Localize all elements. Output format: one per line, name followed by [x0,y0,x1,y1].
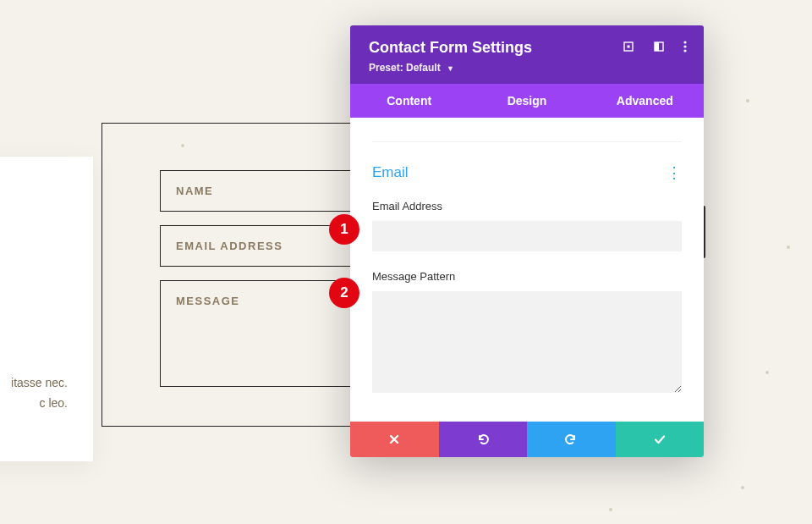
message-pattern-label: Message Pattern [372,270,682,283]
redo-icon [564,433,578,446]
page-card: age itasse nec. c leo. [0,157,93,461]
annotation-callout-1: 1 [329,214,359,245]
undo-button[interactable] [439,422,528,457]
chevron-down-icon: ▼ [447,64,454,73]
panel-title: Contact Form Settings [369,39,532,57]
email-address-input[interactable] [372,221,682,251]
tab-advanced[interactable]: Advanced [586,84,704,118]
preset-value: Default [406,62,441,74]
kebab-menu-icon[interactable] [683,41,687,56]
undo-icon [476,433,490,446]
expand-icon[interactable] [623,41,634,56]
svg-rect-3 [655,42,659,51]
svg-rect-1 [628,45,630,47]
page-body-line-1: itasse nec. [11,376,68,389]
panel-tabs: Content Design Advanced [350,84,704,118]
message-pattern-input[interactable] [372,291,682,393]
check-icon [653,433,667,446]
panel-footer [350,422,704,457]
save-button[interactable] [616,422,705,457]
redo-button[interactable] [527,422,616,457]
svg-point-6 [683,49,686,52]
panel-body: Email ⋮ Email Address Message Pattern [350,118,704,422]
preset-label: Preset: [369,62,403,74]
annotation-callout-2: 2 [329,278,359,308]
tab-content[interactable]: Content [350,84,468,118]
cancel-button[interactable] [350,422,439,457]
preset-selector[interactable]: Preset: Default ▼ [369,62,687,74]
section-title-email[interactable]: Email [372,164,409,181]
page-heading: age [0,206,68,246]
panel-header: Contact Form Settings Preset: Default ▼ [350,25,704,84]
section-kebab-icon[interactable]: ⋮ [667,171,682,174]
svg-point-5 [683,45,686,47]
tab-design[interactable]: Design [468,84,585,118]
dock-icon[interactable] [653,41,665,56]
page-body-line-2: c leo. [40,396,68,410]
email-address-label: Email Address [372,200,682,212]
svg-point-4 [683,41,686,43]
settings-panel: Contact Form Settings Preset: Default ▼ … [350,25,704,457]
close-icon [388,433,400,445]
